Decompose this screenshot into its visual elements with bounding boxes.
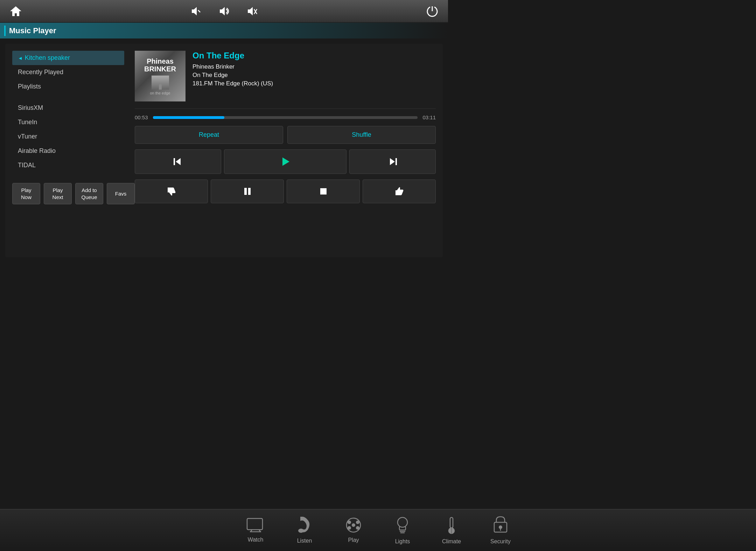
- next-button[interactable]: [349, 149, 436, 174]
- main-content: Kitchen speaker Recently Played Playlist…: [5, 44, 443, 257]
- repeat-shuffle-row: Repeat Shuffle: [135, 126, 436, 144]
- svg-line-2: [198, 10, 200, 12]
- sidebar-item-airable-radio[interactable]: Airable Radio: [12, 144, 124, 158]
- svg-rect-14: [248, 188, 251, 195]
- player-panel: PhineasBRINKER on the edge On The Edge P…: [135, 51, 436, 250]
- mute-button[interactable]: [243, 2, 261, 20]
- track-title: On The Edge: [192, 51, 436, 61]
- shuffle-button[interactable]: Shuffle: [287, 126, 436, 144]
- sidebar-item-tidal[interactable]: TIDAL: [12, 158, 124, 172]
- track-album: On The Edge: [192, 72, 436, 79]
- home-button[interactable]: [7, 2, 24, 20]
- svg-marker-4: [248, 7, 253, 15]
- track-artist: Phineas Brinker: [192, 63, 436, 70]
- action-buttons: PlayNow PlayNext Add toQueue Favs: [12, 183, 124, 204]
- sidebar-item-recently-played[interactable]: Recently Played: [12, 65, 124, 79]
- title-accent: [4, 26, 6, 36]
- sidebar-item-tunein[interactable]: TuneIn: [12, 115, 124, 129]
- track-station: 181.FM The Edge (Rock) (US): [192, 80, 436, 87]
- svg-rect-8: [174, 158, 175, 165]
- sidebar-item-vtuner[interactable]: vTuner: [12, 129, 124, 144]
- power-button[interactable]: [424, 2, 441, 20]
- add-to-queue-button[interactable]: Add toQueue: [75, 183, 103, 204]
- svg-rect-13: [244, 188, 247, 195]
- thumbs-up-button[interactable]: [363, 179, 436, 203]
- play-now-button[interactable]: PlayNow: [12, 183, 40, 204]
- svg-marker-9: [176, 158, 181, 165]
- stop-button[interactable]: [287, 179, 360, 203]
- pause-button[interactable]: [211, 179, 284, 203]
- volume-down-button[interactable]: [187, 2, 205, 20]
- now-playing-info: PhineasBRINKER on the edge On The Edge P…: [135, 51, 436, 109]
- play-button[interactable]: [224, 149, 347, 174]
- svg-marker-10: [282, 157, 289, 166]
- repeat-button[interactable]: Repeat: [135, 126, 283, 144]
- favs-button[interactable]: Favs: [107, 183, 135, 204]
- playback-controls: [135, 149, 436, 174]
- progress-row: 00:53 03:11: [135, 114, 436, 120]
- svg-marker-3: [220, 7, 225, 15]
- sidebar-item-kitchen-speaker[interactable]: Kitchen speaker: [12, 51, 124, 65]
- svg-marker-1: [192, 7, 197, 15]
- sidebar-item-siriusxm[interactable]: SiriusXM: [12, 101, 124, 115]
- svg-marker-0: [10, 6, 21, 16]
- time-current: 00:53: [135, 114, 149, 120]
- previous-button[interactable]: [135, 149, 221, 174]
- page-title: Music Player: [9, 26, 56, 35]
- progress-bar[interactable]: [153, 116, 418, 119]
- title-bar: Music Player: [0, 23, 448, 38]
- sidebar: Kitchen speaker Recently Played Playlist…: [12, 51, 124, 250]
- progress-fill: [153, 116, 224, 119]
- svg-rect-11: [396, 158, 397, 165]
- svg-rect-15: [320, 188, 327, 195]
- track-info: On The Edge Phineas Brinker On The Edge …: [192, 51, 436, 87]
- svg-marker-12: [390, 158, 395, 165]
- extra-controls: [135, 179, 436, 203]
- volume-up-button[interactable]: [215, 2, 233, 20]
- album-art: PhineasBRINKER on the edge: [135, 51, 186, 101]
- play-next-button[interactable]: PlayNext: [44, 183, 72, 204]
- time-total: 03:11: [422, 114, 436, 120]
- top-bar: [0, 0, 448, 23]
- thumbs-down-button[interactable]: [135, 179, 208, 203]
- sidebar-item-playlists[interactable]: Playlists: [12, 79, 124, 94]
